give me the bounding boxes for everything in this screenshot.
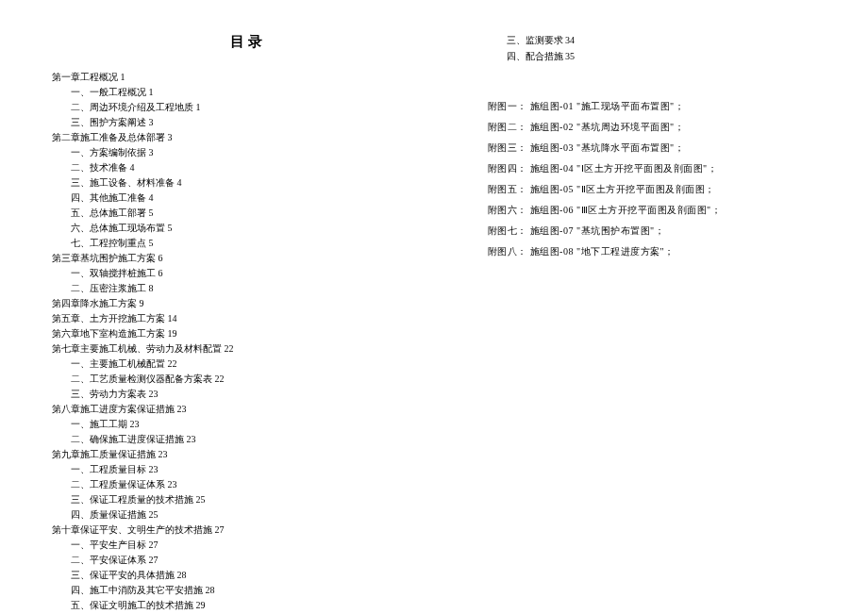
toc-sub-item: 六、总体施工现场布置 5 — [52, 221, 441, 235]
toc-sub-item: 三、施工设备、材料准备 4 — [52, 175, 441, 190]
toc-chapter: 第五章、土方开挖施工方案 14 — [52, 311, 441, 325]
toc-sub-item: 七、工程控制重点 5 — [52, 236, 441, 250]
toc-sub-item: 四、质量保证措施 25 — [52, 507, 441, 522]
toc-sub-item: 一、一般工程概况 1 — [52, 85, 441, 99]
attachment-ref: 施组图-08 — [530, 246, 574, 257]
attachments-list: 附图一： 施组图-01 "施工现场平面布置图"；附图二： 施组图-02 "基坑周… — [488, 96, 816, 262]
attachment-ref: 施组图-03 — [530, 142, 574, 153]
toc-sub-item: 三、围护方案阐述 3 — [52, 115, 441, 129]
toc-sub-item: 一、方案编制依据 3 — [52, 145, 441, 159]
toc-right-column: 三、监测要求 34四、配合措施 35 附图一： 施组图-01 "施工现场平面布置… — [450, 33, 826, 581]
attachment-title: "基坑降水平面布置图"； — [576, 142, 684, 153]
toc-sub-item: 四、配合措施 35 — [488, 49, 816, 63]
attachment-label: 附图四： — [488, 158, 527, 179]
attachment-title: "Ⅲ区土方开挖平面图及剖面图"； — [576, 205, 721, 215]
attachment-line: 附图三： 施组图-03 "基坑降水平面布置图"； — [488, 138, 816, 158]
toc-sub-item: 二、平安保证体系 27 — [52, 553, 441, 567]
attachment-label: 附图三： — [488, 138, 527, 158]
attachment-ref: 施组图-01 — [530, 101, 574, 111]
toc-sub-item: 四、施工中消防及其它平安措施 28 — [52, 583, 441, 597]
attachment-line: 附图八： 施组图-08 "地下工程进度方案"； — [488, 241, 816, 262]
attachment-line: 附图五： 施组图-05 "Ⅱ区土方开挖平面图及剖面图； — [488, 179, 816, 200]
attachment-title: "Ⅰ区土方开挖平面图及剖面图"； — [576, 163, 717, 174]
attachment-label: 附图八： — [488, 241, 527, 262]
toc-sub-item: 二、压密注浆施工 8 — [52, 281, 441, 295]
attachment-ref: 施组图-06 — [530, 205, 574, 215]
toc-chapter: 第四章降水施工方案 9 — [52, 296, 441, 310]
attachment-ref: 施组图-02 — [530, 122, 574, 132]
toc-chapter: 第二章施工准备及总体部署 3 — [52, 130, 441, 144]
toc-sub-item: 三、保证工程质量的技术措施 25 — [52, 492, 441, 506]
toc-sub-item: 三、保证平安的具体措施 28 — [52, 568, 441, 582]
toc-sub-item: 二、周边环境介绍及工程地质 1 — [52, 100, 441, 114]
toc-chapter: 第六章地下室构造施工方案 19 — [52, 326, 441, 340]
attachment-label: 附图一： — [488, 96, 527, 117]
toc-sub-item: 四、其他施工准备 4 — [52, 191, 441, 205]
attachment-title: "基坑周边环境平面图"； — [576, 122, 684, 132]
attachment-line: 附图四： 施组图-04 "Ⅰ区土方开挖平面图及剖面图"； — [488, 158, 816, 179]
toc-title: 目 录 — [52, 33, 441, 51]
toc-sub-item: 二、工程质量保证体系 23 — [52, 477, 441, 491]
attachment-line: 附图六： 施组图-06 "Ⅲ区土方开挖平面图及剖面图"； — [488, 200, 816, 221]
attachment-title: "施工现场平面布置图"； — [576, 101, 684, 111]
attachment-title: "Ⅱ区土方开挖平面图及剖面图； — [576, 184, 715, 194]
toc-sub-item: 一、平安生产目标 27 — [52, 538, 441, 552]
toc-sub-item: 三、劳动力方案表 23 — [52, 387, 441, 401]
attachment-ref: 施组图-07 — [530, 225, 574, 236]
attachment-label: 附图七： — [488, 221, 527, 241]
attachment-label: 附图六： — [488, 200, 527, 221]
toc-chapter: 第八章施工进度方案保证措施 23 — [52, 402, 441, 416]
attachment-label: 附图二： — [488, 117, 527, 138]
attachment-ref: 施组图-04 — [530, 163, 574, 174]
toc-sub-item: 五、保证文明施工的技术措施 29 — [52, 598, 441, 612]
toc-chapter: 第一章工程概况 1 — [52, 70, 441, 84]
toc-sub-item: 一、施工工期 23 — [52, 417, 441, 431]
toc-sub-item: 一、主要施工机械配置 22 — [52, 357, 441, 371]
attachment-line: 附图一： 施组图-01 "施工现场平面布置图"； — [488, 96, 816, 117]
attachment-ref: 施组图-05 — [530, 184, 574, 194]
toc-sub-item: 二、工艺质量检测仪器配备方案表 22 — [52, 372, 441, 386]
toc-chapter: 第三章基坑围护施工方案 6 — [52, 251, 441, 265]
toc-list-right-top: 三、监测要求 34四、配合措施 35 — [488, 33, 816, 63]
attachment-label: 附图五： — [488, 179, 527, 200]
attachment-line: 附图二： 施组图-02 "基坑周边环境平面图"； — [488, 117, 816, 138]
attachment-title: "地下工程进度方案"； — [576, 246, 675, 257]
attachment-title: "基坑围护布置图"； — [576, 225, 664, 236]
toc-chapter: 第九章施工质量保证措施 23 — [52, 447, 441, 461]
toc-chapter: 第七章主要施工机械、劳动力及材料配置 22 — [52, 341, 441, 356]
toc-list-left: 第一章工程概况 1一、一般工程概况 1二、周边环境介绍及工程地质 1三、围护方案… — [52, 70, 441, 614]
toc-sub-item: 三、监测要求 34 — [488, 33, 816, 47]
toc-sub-item: 一、工程质量目标 23 — [52, 462, 441, 476]
toc-sub-item: 二、技术准备 4 — [52, 160, 441, 174]
toc-sub-item: 一、双轴搅拌桩施工 6 — [52, 266, 441, 280]
toc-sub-item: 五、总体施工部署 5 — [52, 206, 441, 220]
attachment-line: 附图七： 施组图-07 "基坑围护布置图"； — [488, 221, 816, 241]
toc-chapter: 第十章保证平安、文明生产的技术措施 27 — [52, 523, 441, 537]
toc-left-column: 目 录 第一章工程概况 1一、一般工程概况 1二、周边环境介绍及工程地质 1三、… — [42, 33, 450, 581]
toc-sub-item: 二、确保施工进度保证措施 23 — [52, 432, 441, 446]
